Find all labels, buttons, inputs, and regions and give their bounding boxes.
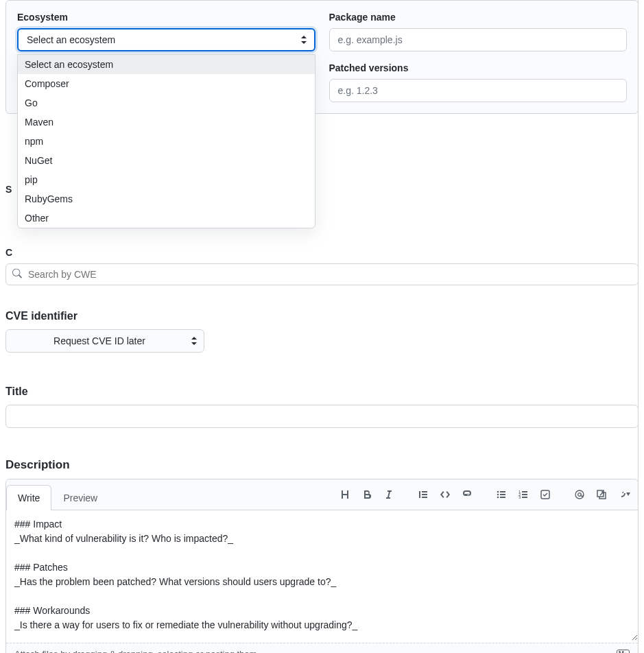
- reply-icon[interactable]: [615, 486, 632, 503]
- ecosystem-option[interactable]: npm: [18, 132, 315, 151]
- cve-selected-text: Request CVE ID later: [53, 335, 145, 346]
- ecosystem-label: Ecosystem: [17, 12, 315, 23]
- cve-select[interactable]: Request CVE ID later: [5, 329, 204, 353]
- description-label: Description: [5, 458, 639, 472]
- ecosystem-option[interactable]: Maven: [18, 112, 315, 132]
- patched-versions-field: Patched versions: [329, 62, 628, 102]
- ecosystem-option[interactable]: NuGet: [18, 151, 315, 170]
- svg-point-2: [497, 497, 499, 499]
- code-icon[interactable]: [436, 486, 454, 503]
- unordered-list-icon[interactable]: [492, 486, 510, 503]
- svg-point-0: [497, 491, 499, 493]
- package-name-field: Package name: [329, 12, 628, 51]
- attach-hint-bar[interactable]: Attach files by dragging & dropping, sel…: [6, 643, 638, 653]
- ecosystem-field: Ecosystem Select an ecosystem Select an …: [17, 12, 315, 51]
- svg-rect-5: [500, 497, 505, 498]
- title-section: Title: [5, 385, 639, 428]
- link-icon[interactable]: [458, 486, 476, 503]
- tab-write[interactable]: Write: [6, 485, 51, 510]
- quote-icon[interactable]: [414, 486, 432, 503]
- title-label: Title: [5, 385, 639, 398]
- search-icon: [12, 269, 22, 281]
- svg-point-1: [497, 494, 499, 496]
- ecosystem-selected-text: Select an ecosystem: [27, 34, 115, 45]
- obscured-cwe-label: C: [5, 247, 639, 258]
- ecosystem-dropdown-list: Select an ecosystemComposerGoMavennpmNuG…: [17, 54, 315, 228]
- patched-versions-input[interactable]: [329, 79, 628, 102]
- heading-icon[interactable]: [336, 486, 354, 503]
- editor-toolbar: 123: [336, 483, 632, 506]
- svg-rect-3: [500, 491, 505, 492]
- description-section: Description Write Preview 123: [5, 458, 639, 653]
- package-name-label: Package name: [329, 12, 628, 23]
- patched-versions-label: Patched versions: [329, 62, 628, 73]
- markdown-badge-icon[interactable]: M↓: [617, 650, 630, 653]
- sort-caret-icon: [300, 35, 307, 45]
- ecosystem-option[interactable]: Other: [18, 209, 315, 228]
- tab-preview[interactable]: Preview: [51, 485, 109, 510]
- package-name-input[interactable]: [329, 28, 628, 51]
- ecosystem-option[interactable]: Select an ecosystem: [18, 55, 315, 74]
- svg-rect-4: [500, 494, 505, 495]
- ecosystem-option[interactable]: Go: [18, 93, 315, 112]
- description-textarea[interactable]: [6, 510, 638, 641]
- ecosystem-option[interactable]: pip: [18, 170, 315, 189]
- cwe-search-input[interactable]: [5, 263, 639, 285]
- reference-icon[interactable]: [593, 486, 610, 503]
- cve-section: CVE identifier Request CVE ID later: [5, 310, 639, 353]
- ecosystem-option[interactable]: Composer: [18, 74, 315, 93]
- affected-products-box: Ecosystem Select an ecosystem Select an …: [5, 0, 639, 114]
- svg-point-13: [575, 490, 584, 499]
- svg-point-14: [578, 493, 582, 497]
- mention-icon[interactable]: [571, 486, 588, 503]
- attach-hint-text: Attach files by dragging & dropping, sel…: [14, 649, 259, 653]
- bold-icon[interactable]: [358, 486, 376, 503]
- title-input[interactable]: [5, 405, 639, 428]
- ordered-list-icon[interactable]: 123: [514, 486, 532, 503]
- ecosystem-option[interactable]: RubyGems: [18, 189, 315, 209]
- svg-rect-10: [522, 494, 527, 495]
- italic-icon[interactable]: [380, 486, 398, 503]
- svg-rect-11: [522, 497, 527, 498]
- svg-text:3: 3: [518, 495, 521, 499]
- svg-rect-9: [522, 491, 527, 492]
- cwe-search-field: [5, 263, 639, 285]
- ecosystem-select[interactable]: Select an ecosystem: [17, 28, 315, 51]
- cve-label: CVE identifier: [5, 310, 639, 322]
- tasklist-icon[interactable]: [536, 486, 554, 503]
- description-editor: Write Preview 123: [5, 479, 639, 653]
- editor-tabbar: Write Preview 123: [6, 479, 638, 510]
